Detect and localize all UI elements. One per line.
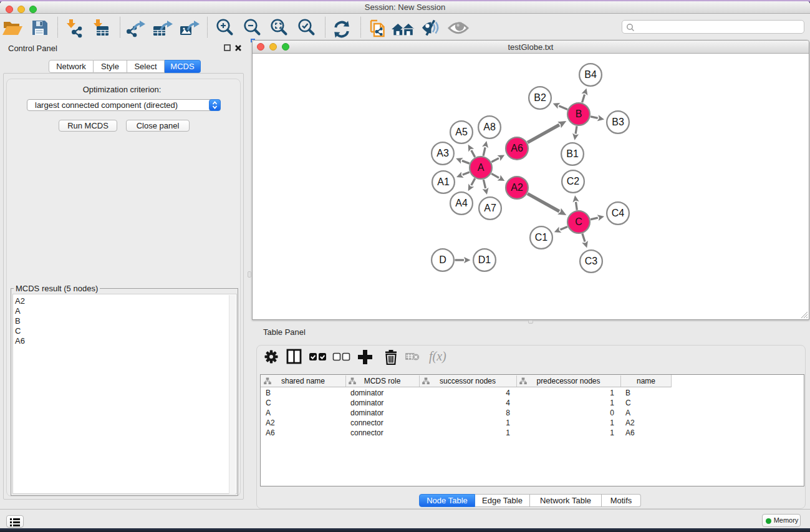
svg-text:C: C <box>575 216 582 227</box>
svg-text:D1: D1 <box>478 254 491 265</box>
svg-text:B2: B2 <box>534 92 546 103</box>
svg-text:C3: C3 <box>585 256 598 266</box>
svg-text:A: A <box>478 162 485 173</box>
svg-text:C4: C4 <box>612 208 625 218</box>
svg-text:A7: A7 <box>484 203 496 213</box>
svg-text:A6: A6 <box>511 143 523 153</box>
svg-text:B4: B4 <box>584 69 597 80</box>
svg-text:C1: C1 <box>535 232 548 243</box>
svg-text:B1: B1 <box>566 148 579 159</box>
svg-text:A5: A5 <box>455 127 468 137</box>
svg-text:A4: A4 <box>455 198 468 208</box>
svg-text:A8: A8 <box>483 122 496 132</box>
svg-text:B: B <box>576 109 582 119</box>
svg-text:B3: B3 <box>612 117 624 127</box>
svg-text:A2: A2 <box>511 182 523 193</box>
svg-text:D: D <box>439 254 446 265</box>
svg-text:A1: A1 <box>437 177 450 187</box>
svg-text:A3: A3 <box>436 148 449 158</box>
svg-text:C2: C2 <box>567 176 580 186</box>
